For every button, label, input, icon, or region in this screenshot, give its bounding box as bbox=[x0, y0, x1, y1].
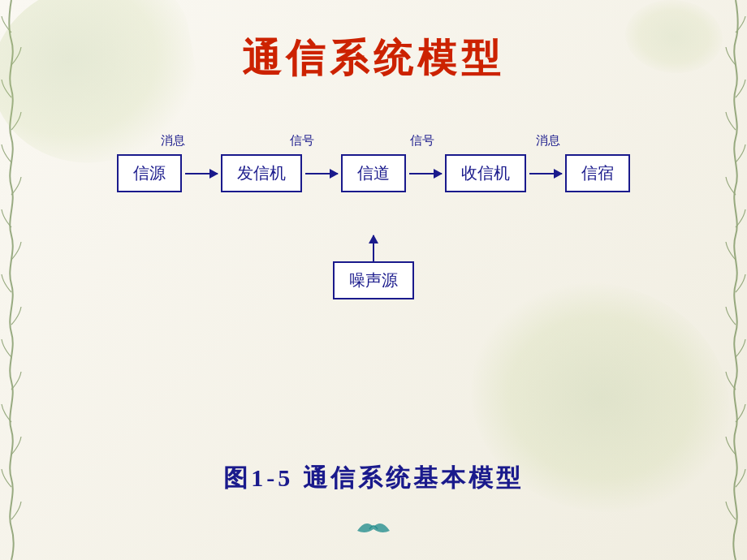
arrowhead-4 bbox=[554, 169, 563, 179]
diagram-container: 消息 信号 信号 消息 信源 发信机 信道 bbox=[0, 133, 747, 192]
bottom-decoration bbox=[349, 515, 398, 542]
noise-arrow-line bbox=[373, 235, 374, 261]
label-signal-right: 信号 bbox=[410, 133, 434, 149]
slide-page: 通信系统模型 消息 信号 信号 消息 信源 发信机 bbox=[0, 0, 747, 560]
arrow-line-3 bbox=[409, 173, 442, 174]
noise-arrowhead bbox=[369, 235, 378, 243]
arrow-1 bbox=[182, 173, 221, 174]
arrow-line-4 bbox=[529, 173, 562, 174]
arrow-4 bbox=[526, 173, 565, 174]
box-channel: 信道 bbox=[341, 154, 406, 192]
arrowhead-3 bbox=[434, 169, 443, 179]
label-signal-left: 信号 bbox=[290, 133, 314, 149]
box-noise: 噪声源 bbox=[333, 261, 414, 299]
arrowhead-1 bbox=[209, 169, 218, 179]
arrow-2 bbox=[302, 173, 341, 174]
box-transmitter: 发信机 bbox=[221, 154, 302, 192]
box-source: 信源 bbox=[117, 154, 182, 192]
caption: 图1-5 通信系统基本模型 bbox=[0, 462, 747, 495]
arrowhead-2 bbox=[330, 169, 339, 179]
arrow-3 bbox=[406, 173, 445, 174]
labels-row: 消息 信号 信号 消息 bbox=[89, 133, 658, 154]
box-receiver: 收信机 bbox=[445, 154, 526, 192]
arrow-line-1 bbox=[185, 173, 218, 174]
noise-section: 噪声源 bbox=[333, 235, 414, 299]
flow-row: 信源 发信机 信道 bbox=[117, 154, 630, 192]
label-message-left: 消息 bbox=[161, 133, 185, 149]
label-message-right: 消息 bbox=[536, 133, 560, 149]
box-sink: 信宿 bbox=[565, 154, 630, 192]
arrow-line-2 bbox=[305, 173, 338, 174]
teal-bird-icon bbox=[349, 515, 398, 539]
